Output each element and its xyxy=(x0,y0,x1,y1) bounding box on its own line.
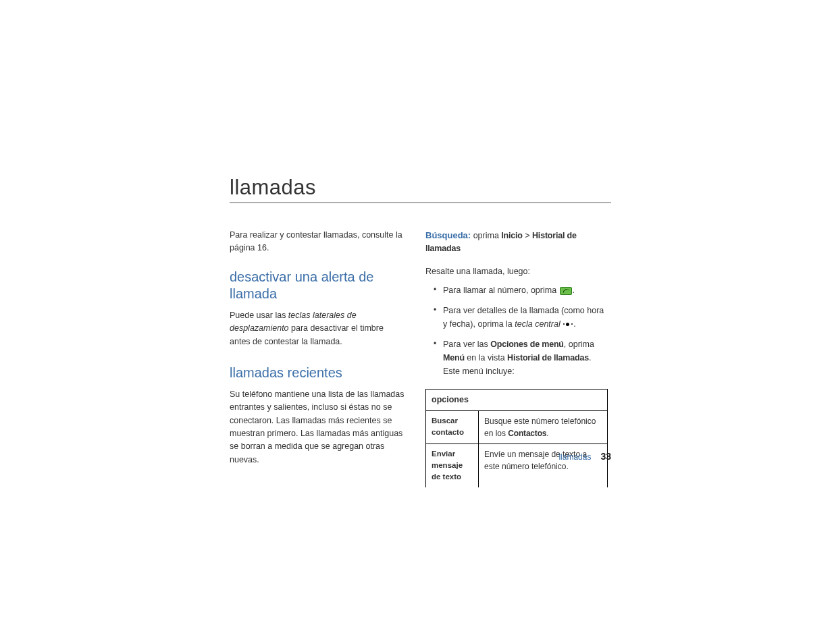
heading-recent-calls: llamadas recientes xyxy=(230,365,405,381)
table-header: opciones xyxy=(426,390,608,411)
page-title: llamadas xyxy=(230,176,611,203)
option-name: Buscar contacto xyxy=(426,410,479,444)
path-inicio: Inicio xyxy=(501,231,522,240)
text: en la vista xyxy=(465,353,507,363)
option-name: Enviar mensaje de texto xyxy=(426,444,479,487)
bold-text: Opciones de menú xyxy=(490,340,564,349)
text: oprima xyxy=(471,231,501,240)
text xyxy=(561,319,563,329)
text: Puede usar las xyxy=(230,311,288,320)
bullet-menu: Para ver las Opciones de menú, oprima Me… xyxy=(425,338,608,378)
text: . xyxy=(573,319,575,329)
right-column: Búsqueda: oprima Inicio > Historial de l… xyxy=(425,229,608,487)
left-column: Para realizar y contestar llamadas, cons… xyxy=(230,229,405,487)
page-number: 33 xyxy=(600,451,611,462)
intro-paragraph: Para realizar y contestar llamadas, cons… xyxy=(230,229,405,255)
search-label: Búsqueda: xyxy=(425,230,471,240)
option-desc: Busque este número telefónico en los Con… xyxy=(479,410,608,444)
option-desc: Envíe un mensaje de texto a este número … xyxy=(479,444,608,487)
bold-text: Contactos xyxy=(508,429,546,438)
text: , oprima xyxy=(564,340,594,349)
manual-page: llamadas Para realizar y contestar llama… xyxy=(230,176,611,487)
text: . xyxy=(546,429,548,438)
bullet-list: Para llamar al número, oprima . Para ver… xyxy=(425,284,608,378)
text: Para llamar al número, oprima xyxy=(443,286,559,295)
bold-text: Menú xyxy=(443,353,465,363)
call-key-icon xyxy=(560,287,572,295)
table-row: Buscar contacto Busque este número telef… xyxy=(426,410,608,444)
highlight-instruction: Resalte una llamada, luego: xyxy=(425,265,608,278)
page-footer: llamadas33 xyxy=(230,451,611,462)
center-key-icon xyxy=(563,321,573,328)
text: Para ver las xyxy=(443,340,490,349)
italic-text: tecla central xyxy=(515,319,560,329)
text: . xyxy=(573,286,575,295)
bold-text: Historial de llamadas xyxy=(507,353,589,363)
bullet-call: Para llamar al número, oprima . xyxy=(425,284,608,297)
bullet-details: Para ver detalles de la llamada (como ho… xyxy=(425,304,608,331)
options-table: opciones Buscar contacto Busque este núm… xyxy=(425,389,608,487)
separator: > xyxy=(523,231,532,240)
table-row: Enviar mensaje de texto Envíe un mensaje… xyxy=(426,444,608,487)
search-line: Búsqueda: oprima Inicio > Historial de l… xyxy=(425,229,608,256)
two-column-layout: Para realizar y contestar llamadas, cons… xyxy=(230,229,611,487)
table-header-row: opciones xyxy=(426,390,608,411)
paragraph-deactivate-alert: Puede usar las teclas laterales de despl… xyxy=(230,309,405,348)
footer-label: llamadas xyxy=(558,452,591,462)
heading-deactivate-alert: desactivar una alerta de llamada xyxy=(230,269,405,302)
